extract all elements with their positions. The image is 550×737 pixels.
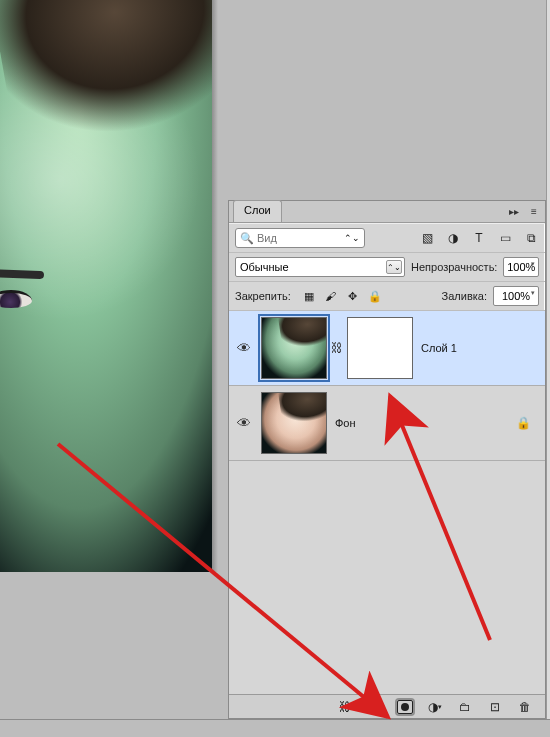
delete-layer-icon[interactable]: 🗑 xyxy=(517,699,533,715)
blend-row: Обычные ⌃⌄ Непрозрачность: 100% ▾ xyxy=(229,253,545,282)
fill-value: 100% xyxy=(502,290,530,302)
link-layers-icon[interactable]: ⛓ xyxy=(337,699,353,715)
layer-filter-input[interactable] xyxy=(257,232,327,244)
filter-adjustment-icon[interactable]: ◑ xyxy=(445,230,461,246)
tab-layers[interactable]: Слои xyxy=(233,200,282,222)
blend-mode-select[interactable]: Обычные ⌃⌄ xyxy=(235,257,405,277)
hair-region xyxy=(0,0,212,151)
lock-row: Закрепить: ▦ 🖌 ✥ 🔒 Заливка: 100% ▾ xyxy=(229,282,545,311)
layers-list: 👁 ⛓ Слой 1 👁 Фон 🔒 xyxy=(229,311,545,694)
layer-filter-select[interactable]: 🔍 ⌃⌄ xyxy=(235,228,365,248)
eyebrow xyxy=(0,269,44,279)
fill-input[interactable]: 100% ▾ xyxy=(493,286,539,306)
chevron-updown-icon: ⌃⌄ xyxy=(344,233,360,243)
filter-type-icon[interactable]: T xyxy=(471,230,487,246)
lock-all-icon[interactable]: 🔒 xyxy=(367,288,383,304)
panel-tabbar: Слои ▸▸ ≡ xyxy=(229,201,545,223)
new-group-icon[interactable]: 🗀 xyxy=(457,699,473,715)
layer-name[interactable]: Слой 1 xyxy=(421,342,457,354)
layer-name[interactable]: Фон xyxy=(335,417,356,429)
add-mask-button[interactable] xyxy=(397,699,413,715)
opacity-input[interactable]: 100% ▾ xyxy=(503,257,539,277)
search-icon: 🔍 xyxy=(240,232,254,245)
lock-position-icon[interactable]: ✥ xyxy=(345,288,361,304)
opacity-label: Непрозрачность: xyxy=(411,261,497,273)
canvas-area xyxy=(0,0,218,582)
adjustment-layer-icon[interactable]: ◑▾ xyxy=(427,699,443,715)
document-canvas[interactable] xyxy=(0,0,212,572)
layer-effects-icon[interactable]: fx▾ xyxy=(367,699,383,715)
eye xyxy=(0,290,32,308)
app-right-frame xyxy=(546,0,550,737)
fill-label: Заливка: xyxy=(442,290,487,302)
visibility-eye-icon[interactable]: 👁 xyxy=(235,340,253,356)
face-illustration xyxy=(0,0,212,572)
layer-row[interactable]: 👁 Фон 🔒 xyxy=(229,386,545,461)
layer-row[interactable]: 👁 ⛓ Слой 1 xyxy=(229,311,545,386)
blend-mode-value: Обычные xyxy=(240,261,289,273)
layer-thumbnail[interactable] xyxy=(261,317,327,379)
collapse-icon[interactable]: ▸▸ xyxy=(507,204,521,218)
layers-panel: Слои ▸▸ ≡ 🔍 ⌃⌄ ▧ ◑ T ▭ ⧉ Обычные ⌃⌄ Непр… xyxy=(228,200,546,719)
filter-shape-icon[interactable]: ▭ xyxy=(497,230,513,246)
chevron-down-icon: ▾ xyxy=(531,291,535,295)
filter-smart-icon[interactable]: ⧉ xyxy=(523,230,539,246)
app-footer-bar xyxy=(0,719,550,737)
filter-pixel-icon[interactable]: ▧ xyxy=(419,230,435,246)
panel-footer: ⛓ fx▾ ◑▾ 🗀 ⊡ 🗑 xyxy=(229,694,545,718)
visibility-eye-icon[interactable]: 👁 xyxy=(235,415,253,431)
chevron-down-icon: ▾ xyxy=(531,262,535,266)
chevron-updown-icon: ⌃⌄ xyxy=(386,260,402,274)
panel-menu-icon[interactable]: ≡ xyxy=(527,204,541,218)
mask-link-icon[interactable]: ⛓ xyxy=(331,341,343,355)
layer-thumbnails: ⛓ xyxy=(261,317,413,379)
lock-buttons: ▦ 🖌 ✥ 🔒 xyxy=(301,288,383,304)
lock-icon: 🔒 xyxy=(516,416,531,430)
lock-label: Закрепить: xyxy=(235,290,291,302)
new-layer-icon[interactable]: ⊡ xyxy=(487,699,503,715)
filter-row: 🔍 ⌃⌄ ▧ ◑ T ▭ ⧉ xyxy=(229,223,545,253)
filter-icons: ▧ ◑ T ▭ ⧉ xyxy=(419,230,539,246)
layer-mask-thumbnail[interactable] xyxy=(347,317,413,379)
lock-pixels-icon[interactable]: 🖌 xyxy=(323,288,339,304)
layer-thumbnails xyxy=(261,392,327,454)
layer-thumbnail[interactable] xyxy=(261,392,327,454)
lock-transparent-icon[interactable]: ▦ xyxy=(301,288,317,304)
